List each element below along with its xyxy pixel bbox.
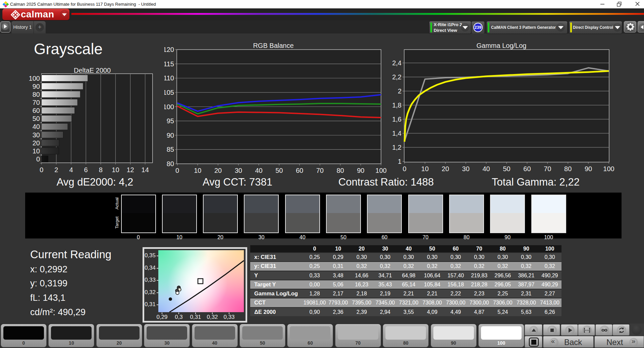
svg-text:80: 80 [336,167,344,174]
svg-text:10: 10 [112,166,119,173]
svg-text:95: 95 [167,117,174,125]
svg-text:80: 80 [167,160,174,167]
svg-text:30: 30 [462,165,470,172]
svg-text:1,2: 1,2 [392,144,401,151]
svg-text:2: 2 [398,87,401,95]
svg-text:0: 0 [36,155,40,163]
svg-text:70: 70 [544,165,551,172]
svg-text:90: 90 [33,83,40,90]
svg-text:RGB Balance: RGB Balance [253,42,293,49]
svg-text:30: 30 [235,167,242,174]
svg-text:0: 0 [402,165,406,172]
svg-text:14: 14 [142,166,149,173]
svg-text:100: 100 [164,103,174,111]
svg-text:60: 60 [33,107,40,114]
svg-text:90: 90 [357,167,364,174]
svg-text:40: 40 [482,165,490,172]
svg-text:70: 70 [316,167,324,174]
svg-text:20: 20 [442,165,449,172]
svg-text:50: 50 [33,115,40,122]
svg-text:2: 2 [54,166,58,173]
svg-text:12: 12 [126,166,134,173]
svg-text:105: 105 [164,89,174,96]
svg-text:90: 90 [585,165,592,172]
svg-text:100: 100 [603,165,614,172]
svg-text:100: 100 [375,167,386,174]
svg-text:50: 50 [503,165,510,172]
svg-text:10: 10 [421,165,429,172]
svg-text:110: 110 [164,74,174,82]
svg-text:85: 85 [167,146,174,153]
svg-text:6: 6 [84,166,88,173]
svg-text:DeltaE 2000: DeltaE 2000 [74,67,111,74]
svg-text:60: 60 [523,165,531,172]
svg-text:70: 70 [33,99,40,106]
svg-text:10: 10 [33,147,40,155]
svg-text:40: 40 [33,123,40,130]
svg-text:2,4: 2,4 [392,59,401,67]
svg-text:60: 60 [296,167,303,174]
svg-text:20: 20 [33,139,40,147]
svg-text:30: 30 [33,131,40,139]
svg-text:50: 50 [275,167,283,174]
svg-text:0: 0 [40,166,43,173]
svg-text:Gamma Log/Log: Gamma Log/Log [477,42,527,49]
svg-text:40: 40 [255,167,262,174]
svg-text:2,2: 2,2 [392,73,401,81]
svg-text:10: 10 [194,167,201,174]
svg-text:80: 80 [33,91,40,98]
svg-text:90: 90 [167,132,174,139]
svg-text:4: 4 [69,166,73,173]
svg-text:100: 100 [29,75,40,82]
svg-text:115: 115 [164,60,174,68]
svg-text:8: 8 [99,166,103,173]
svg-text:1,4: 1,4 [392,130,401,137]
svg-text:1,8: 1,8 [392,101,401,109]
svg-text:1,6: 1,6 [392,116,401,123]
svg-text:120: 120 [164,46,174,53]
svg-text:0: 0 [175,167,179,174]
svg-text:80: 80 [564,165,572,172]
svg-text:20: 20 [214,167,222,174]
svg-text:1: 1 [398,158,401,165]
